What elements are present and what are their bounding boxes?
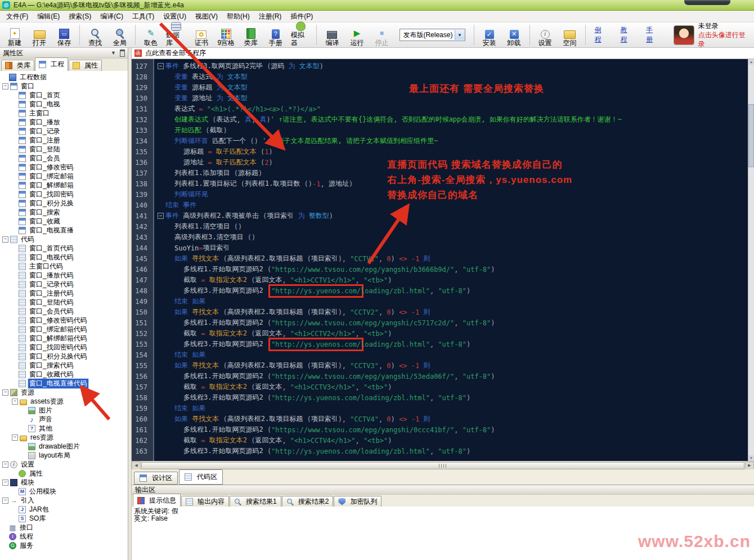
取色-button[interactable]: ✎取色 (138, 24, 163, 47)
fold-toggle-icon[interactable]: − (158, 63, 164, 69)
tree-item-设置[interactable]: −i设置 (0, 460, 128, 469)
title-bar[interactable]: @ E4A — G:\e4a源码\多咪电视tv版\多咪视频_新增蓝光.e4a (0, 0, 754, 11)
code-line[interactable]: 155如果 寻找文本 (高级列表框2.取项目标题 (项目索引), "CCTV3"… (132, 360, 748, 371)
tree-item-公用模块[interactable]: M公用模块 (0, 487, 128, 496)
code-line[interactable]: 151多线程1.开始取网页源码2 ("https://www.tvsou.com… (132, 317, 748, 328)
卸载-button[interactable]: ✕卸载 (502, 24, 527, 47)
tab-搜索结果1[interactable]: 搜索结果1 (230, 496, 281, 507)
code-line[interactable]: 163多线程3.开始取网页源码2 ("http://ys.yuenos.com/… (132, 446, 748, 456)
horizontal-scroll-thumb[interactable] (141, 462, 744, 469)
tree-item-窗口_登陆[interactable]: 窗口_登陆 (0, 145, 128, 154)
tree-item-窗口_积分兑换代码[interactable]: 窗口_积分兑换代码 (0, 352, 128, 361)
code-line[interactable]: 134判断循环首 匹配下一个 () ' 下面子文本是匹配结果, 请把子文本赋值到… (132, 136, 748, 146)
tab-工程[interactable]: 工程 (35, 57, 68, 71)
menu-item-工具T[interactable]: 工具(T) (128, 11, 159, 23)
code-line[interactable]: 161多线程1.开始取网页源码2 ("https://www.tvsou.com… (132, 424, 748, 435)
login-hint[interactable]: 点击头像进行登录 (698, 30, 752, 48)
tree-item-窗口_解绑邮箱[interactable]: 窗口_解绑邮箱 (0, 181, 128, 190)
tree-item-窗口[interactable]: −窗口 (0, 82, 128, 91)
打开-button[interactable]: 打开 (27, 24, 52, 47)
menu-item-文件F[interactable]: 文件(F) (2, 11, 33, 23)
expander-icon[interactable]: − (2, 236, 8, 243)
avatar[interactable] (674, 25, 694, 45)
code-line[interactable]: 132创建表达式 (表达式, 真, 真)' ↑请注意, 表达式中不要有{}这俩符… (132, 114, 748, 125)
手册-button[interactable]: ?手册 (263, 24, 288, 47)
类库-button[interactable]: 类库 (239, 24, 263, 47)
code-line[interactable]: 146多线程1.开始取网页源码2 ("https://www.tvsou.com… (132, 264, 748, 275)
tab-输出内容[interactable]: 输出内容 (181, 496, 229, 507)
tree-item-引入[interactable]: −→引入 (0, 496, 128, 505)
空间-button[interactable]: 空间 (558, 24, 582, 47)
tree-item-窗口_首页代码[interactable]: 窗口_首页代码 (0, 244, 128, 253)
tree-item-窗口_记录[interactable]: 窗口_记录 (0, 127, 128, 136)
menu-item-视图V[interactable]: 视图(V) (191, 11, 222, 23)
tree-item-窗口_电视代码[interactable]: 窗口_电视代码 (0, 253, 128, 262)
tab-属性[interactable]: 属性 (69, 60, 102, 71)
tab-提示信息[interactable]: 提示信息 (133, 494, 181, 507)
tree-item-服务[interactable]: G服务 (0, 541, 128, 550)
tree-item-窗口_修改密码代码[interactable]: 窗口_修改密码代码 (0, 316, 128, 325)
数据库-button[interactable]: 数据库 (163, 24, 189, 47)
tree-item-窗口_绑定邮箱代码[interactable]: 窗口_绑定邮箱代码 (0, 325, 128, 334)
code-line[interactable]: 150如果 寻找文本 (高级列表框2.取项目标题 (项目索引), "CCTV2"… (132, 307, 748, 317)
toolbar-link-例程[interactable]: 例程 (595, 25, 608, 44)
code-line[interactable]: 141−事件 高级列表框2.表项被单击 (项目索引 为 整数型) (132, 210, 748, 221)
模拟器-button[interactable]: 模拟器 (288, 24, 314, 47)
scroll-left-arrow-icon[interactable]: ◀ (132, 462, 141, 469)
tree-item-窗口_注册[interactable]: 窗口_注册 (0, 136, 128, 145)
9宫格-button[interactable]: 9宫格 (214, 24, 239, 47)
tree-item-资源[interactable]: −资源 (0, 388, 128, 397)
tree-item-窗口_播放代码[interactable]: 窗口_播放代码 (0, 271, 128, 280)
tree-item-窗口_修改密码[interactable]: 窗口_修改密码 (0, 163, 128, 172)
pin-icon[interactable] (120, 50, 125, 57)
tree-item-窗口_记录代码[interactable]: 窗口_记录代码 (0, 280, 128, 289)
collapse-arrow-icon[interactable]: ▼ (111, 50, 116, 56)
function-bar[interactable]: 函 点此查看全部子程序 (132, 48, 754, 59)
tree-item-窗口_积分兑换[interactable]: 窗口_积分兑换 (0, 199, 128, 208)
tree-item-接口[interactable]: ▦接口 (0, 523, 128, 532)
code-line[interactable]: 152截取 = 取指定文本2 (返回文本, "<h1>CCTV2</h1>", … (132, 328, 748, 339)
tree-item-JAR包[interactable]: JJAR包 (0, 505, 128, 514)
tree-item-窗口_绑定邮箱[interactable]: 窗口_绑定邮箱 (0, 172, 128, 181)
scroll-down-arrow-icon[interactable]: ▼ (748, 455, 754, 461)
chevron-down-icon[interactable]: ▼ (455, 30, 465, 40)
menu-item-插件P[interactable]: 插件(P) (286, 11, 317, 23)
tree-item-窗口_收藏[interactable]: 窗口_收藏 (0, 217, 128, 226)
tree-item-窗口_收藏代码[interactable]: 窗口_收藏代码 (0, 370, 128, 379)
tree-item-其他[interactable]: ?其他 (0, 424, 128, 433)
查找-button[interactable]: 查找 (83, 24, 107, 47)
tree-item-窗口_登陆代码[interactable]: 窗口_登陆代码 (0, 298, 128, 307)
tree-item-窗口_会员代码[interactable]: 窗口_会员代码 (0, 307, 128, 316)
tree-item-窗口_会员[interactable]: 窗口_会员 (0, 154, 128, 163)
tab-搜索结果2[interactable]: 搜索结果2 (282, 496, 334, 507)
expander-icon[interactable]: − (2, 498, 8, 504)
tab-类库[interactable]: 类库 (1, 60, 34, 71)
tree-item-属性[interactable]: 属性 (0, 469, 128, 478)
code-line[interactable]: 143高级列表框3.清空项目 () (132, 232, 748, 243)
menu-item-搜索S[interactable]: 搜索(S) (64, 11, 96, 23)
expander-icon[interactable]: − (12, 398, 18, 405)
menu-item-设置U[interactable]: 设置(U) (159, 11, 191, 23)
expander-icon[interactable]: − (2, 480, 8, 486)
menu-item-编译C[interactable]: 编译(C) (96, 11, 128, 23)
code-line[interactable]: 127−事件 多线程3.取网页源码2完毕 (源码 为 文本型) (132, 61, 748, 71)
保存-button[interactable]: ▭保存 (52, 24, 77, 47)
code-line[interactable]: 153多线程3.开始取网页源码2 ("http://ys.yuenos.com/… (132, 339, 748, 350)
expander-icon[interactable]: − (2, 462, 8, 468)
全局-button[interactable]: 全局 (107, 24, 132, 47)
build-config-select[interactable]: 发布版(Release)▼ (400, 29, 465, 41)
code-line[interactable]: 142列表框1.清空项目 () (132, 221, 748, 232)
code-line[interactable]: 162截取 = 取指定文本2 (返回文本, "<h1>CCTV4</h1>", … (132, 435, 748, 446)
tree-item-SO库[interactable]: SSO库 (0, 514, 128, 523)
code-line[interactable]: 156多线程1.开始取网页源码2 ("https://www.tvsou.com… (132, 371, 748, 382)
code-line[interactable]: 145如果 寻找文本 (高级列表框2.取项目标题 (项目索引), "CCTV1"… (132, 253, 748, 264)
code-editor[interactable]: 127−事件 多线程3.取网页源码2完毕 (源码 为 文本型)128变量 表达式… (132, 59, 748, 461)
code-line[interactable]: 148多线程3.开始取网页源码2 ("http://ys.yuenos.com/… (132, 285, 748, 296)
tree-item-声音[interactable]: ♪声音 (0, 415, 128, 424)
toolbar-link-教程[interactable]: 教程 (620, 25, 634, 44)
tree-item-窗口_首页[interactable]: 窗口_首页 (0, 91, 128, 100)
tree-item-窗口_电视直播代码[interactable]: 窗口_电视直播代码 (0, 379, 128, 388)
scroll-right-arrow-icon[interactable]: ▶ (745, 462, 754, 469)
titlebar-widget[interactable] (684, 0, 730, 5)
tree-item-窗口_找回密码[interactable]: 窗口_找回密码 (0, 190, 128, 199)
